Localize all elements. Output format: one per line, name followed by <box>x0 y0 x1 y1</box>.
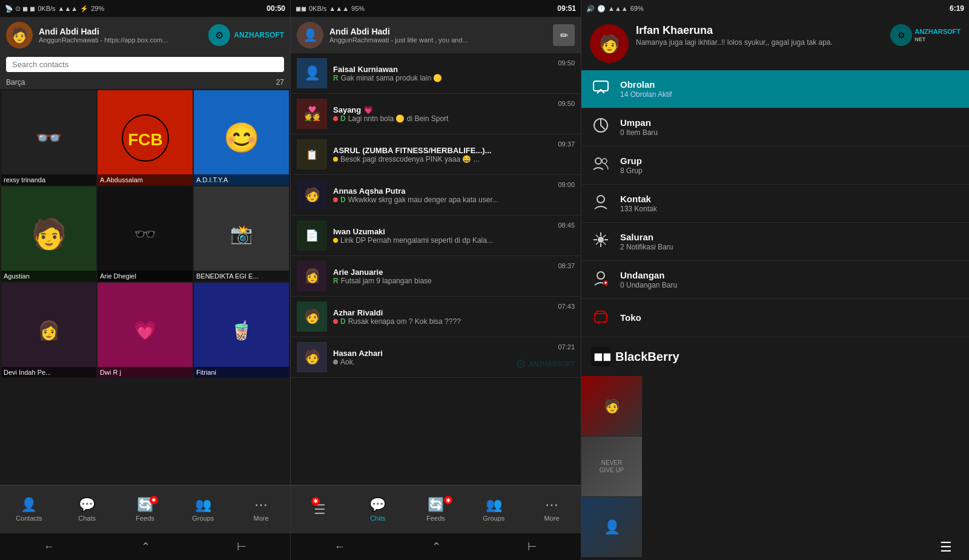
user-avatar: 🧑 <box>590 24 629 63</box>
groups-icon: 👥 <box>195 497 211 513</box>
chat-preview: D Wkwkkw skrg gak mau denger apa kata us… <box>333 196 552 204</box>
nav-contacts[interactable]: 👤 Contacts <box>11 497 47 522</box>
chat-item[interactable]: 👤 Faisal Kurniawan R Gak minat sama prod… <box>291 53 581 94</box>
edit-button[interactable]: ✏ <box>553 24 575 46</box>
status-icons: 📡 ⊙ ◼ ◼ <box>5 5 35 13</box>
menu-button[interactable]: ⊢ <box>237 540 246 553</box>
back-button[interactable]: ← <box>44 541 55 553</box>
contact-item[interactable]: 👩 Devi Indah Pe... <box>1 283 96 378</box>
chat-preview: R Gak minat sama produk lain 🟡 <box>333 74 552 82</box>
contact-item[interactable]: FCB A.Abdussalam <box>98 90 193 185</box>
contact-item[interactable]: 🧑 Agustian <box>1 186 96 282</box>
chat-item[interactable]: 🧑 Hasan Azhari Aok. 07:21 ⚙ ANZHARSOFT <box>291 337 581 378</box>
up-button-2[interactable]: ⌃ <box>432 540 441 553</box>
chat-info: Faisal Kurniawan R Gak minat sama produk… <box>333 65 552 82</box>
signal-2: ▲▲▲ <box>329 5 349 12</box>
contact-item[interactable]: 🧋 Fitriani <box>194 283 289 378</box>
chat-info: Azhar Rivaldi D Rusak kenapa om ? Kok bi… <box>333 308 552 326</box>
nav-groups-2[interactable]: 👥 Groups <box>475 497 512 522</box>
chat-info: ASRUL (ZUMBA FITNESS/HERBALIFE...)... Be… <box>333 146 552 163</box>
nav-more-2[interactable]: ⋯ More <box>534 497 570 522</box>
status-bar-2: ◼◼ 0KB/s ▲▲▲ 95% 09:51 <box>291 0 581 17</box>
network-speed: 0KB/s <box>38 5 55 12</box>
chat-item[interactable]: 💑 Sayang 💗 D Lagi nntn bola 🟡 di Bein Sp… <box>291 94 581 134</box>
back-button-2[interactable]: ← <box>334 541 345 553</box>
chat-name: Iwan Uzumaki <box>333 227 552 236</box>
menu-item-kontak[interactable]: Kontak 133 Kontak <box>581 185 969 223</box>
contact-name: Devi Indah Pe... <box>1 367 96 378</box>
thumbnail-4: DUALANIDINIKMATIDISYUKURI <box>581 558 642 560</box>
menu-item-undangan[interactable]: Undangan 0 Undangan Baru <box>581 261 969 299</box>
chat-item[interactable]: 📋 ASRUL (ZUMBA FITNESS/HERBALIFE...)... … <box>291 134 581 175</box>
chat-time: 09:37 <box>558 140 575 148</box>
nav-chats-2[interactable]: 💬 Chits <box>360 497 396 522</box>
search-input[interactable] <box>6 57 284 72</box>
chat-info: Hasan Azhari Aok. <box>333 349 552 366</box>
nav-groups[interactable]: 👥 Groups <box>185 497 221 522</box>
svg-point-8 <box>598 237 603 242</box>
chat-item[interactable]: 🧑 Azhar Rivaldi D Rusak kenapa om ? Kok … <box>291 297 581 337</box>
umpan-sub: 0 Item Baru <box>620 128 959 137</box>
menu-item-saluran[interactable]: Saluran 2 Notifikasi Baru <box>581 223 969 261</box>
chat-info: Annas Aqsha Putra D Wkwkkw skrg gak mau … <box>333 186 552 204</box>
nav-hamburger[interactable]: ✱ ☰ <box>302 502 338 518</box>
speaker-icon: 🔊 <box>586 5 595 13</box>
menu-items: Obrolan 14 Obrolan Aktif Umpan 0 Item Ba… <box>581 70 969 337</box>
nav-feeds[interactable]: ✱ 🔄 Feeds <box>127 497 163 522</box>
chat-time: 08:45 <box>558 222 575 229</box>
contact-item[interactable]: 🕶️ Arie Dhegiel <box>98 186 193 282</box>
bb-logo-text: BlackBerry <box>615 350 680 364</box>
svg-point-9 <box>597 272 604 279</box>
nav-more[interactable]: ⋯ More <box>243 497 279 522</box>
menu-item-umpan[interactable]: Umpan 0 Item Baru <box>581 108 969 147</box>
chats-header-sub: AnggunRachmawati - just litle want , you… <box>329 36 547 44</box>
hamburger-menu[interactable]: ☰ <box>930 539 962 555</box>
menu-button-2[interactable]: ⊢ <box>527 540 537 553</box>
chat-time: 07:21 <box>558 343 575 351</box>
saluran-info: Saluran 2 Notifikasi Baru <box>620 232 959 251</box>
menu-item-obrolan[interactable]: Obrolan 14 Obrolan Aktif <box>581 70 969 108</box>
contact-name: BENEDIKTA EGI E... <box>194 271 289 282</box>
nav-feeds-2[interactable]: ✱ 🔄 Feeds <box>417 497 454 522</box>
contacts-icon: 👤 <box>21 497 37 513</box>
chat-info: Sayang 💗 D Lagi nntn bola 🟡 di Bein Spor… <box>333 105 552 123</box>
chat-item[interactable]: 👩 Arie Januarie R Futsal jam 9 lapangan … <box>291 256 581 297</box>
umpan-icon <box>591 117 610 137</box>
chat-name: ASRUL (ZUMBA FITNESS/HERBALIFE...)... <box>333 146 552 155</box>
bottom-nav-2: ✱ ☰ 💬 Chits ✱ 🔄 Feeds 👥 Groups ⋯ More <box>291 485 581 533</box>
chat-info: Iwan Uzumaki Lirik DP Pernah mengalami s… <box>333 227 552 245</box>
chat-avatar: 📋 <box>297 139 327 170</box>
clock-3: 6:19 <box>950 4 964 13</box>
chat-name: Azhar Rivaldi <box>333 308 552 317</box>
network-speed-2: 0KB/s <box>309 5 326 12</box>
feeds-icon-2: 🔄 <box>428 497 444 513</box>
menu-item-toko[interactable]: Toko <box>581 299 969 337</box>
chat-avatar: 💑 <box>297 99 327 129</box>
chat-preview: Besok pagi dresscodenya PINK yaaa 😄 ... <box>333 155 552 163</box>
chat-preview: Aok. <box>333 358 552 366</box>
menu-item-grup[interactable]: Grup 8 Grup <box>581 147 969 185</box>
bottom-btns-1: ← ⌃ ⊢ <box>0 533 290 560</box>
chat-item[interactable]: 🧑 Annas Aqsha Putra D Wkwkkw skrg gak ma… <box>291 175 581 216</box>
contact-item[interactable]: 😊 A.D.I.T.Y.A <box>194 90 289 185</box>
contact-item[interactable]: 👓 rexsy trinanda <box>1 90 96 185</box>
chat-item[interactable]: 📄 Iwan Uzumaki Lirik DP Pernah mengalami… <box>291 216 581 256</box>
chats-header-name: Andi Abdi Hadi <box>329 27 547 36</box>
contact-name: Dwi R j <box>98 367 193 378</box>
anzharsoft-label-1: ANZHARSOFT <box>234 31 284 39</box>
chat-avatar: 🧑 <box>297 301 327 332</box>
battery-3: 69% <box>630 5 644 12</box>
obrolan-info: Obrolan 14 Obrolan Aktif <box>620 79 959 99</box>
blackberry-logo: ◼◼ BlackBerry <box>581 337 969 376</box>
nav-chats[interactable]: 💬 Chats <box>69 497 105 522</box>
up-button[interactable]: ⌃ <box>141 540 150 553</box>
signal-bars: ▲▲▲ <box>58 5 78 12</box>
user-status: Namanya juga lagi ikhtiar..!! lolos syuk… <box>636 38 883 47</box>
contact-item[interactable]: 💗 Dwi R j <box>98 283 193 378</box>
chat-preview: D Rusak kenapa om ? Kok bisa ???? <box>333 317 552 326</box>
anzharsoft-logo-3: ⚙ ANZHARSOFTNET <box>890 24 961 46</box>
kontak-sub: 133 Kontak <box>620 205 959 213</box>
saluran-title: Saluran <box>620 232 959 242</box>
toko-icon <box>591 308 610 328</box>
contact-item[interactable]: 📸 BENEDIKTA EGI E... <box>194 186 289 282</box>
